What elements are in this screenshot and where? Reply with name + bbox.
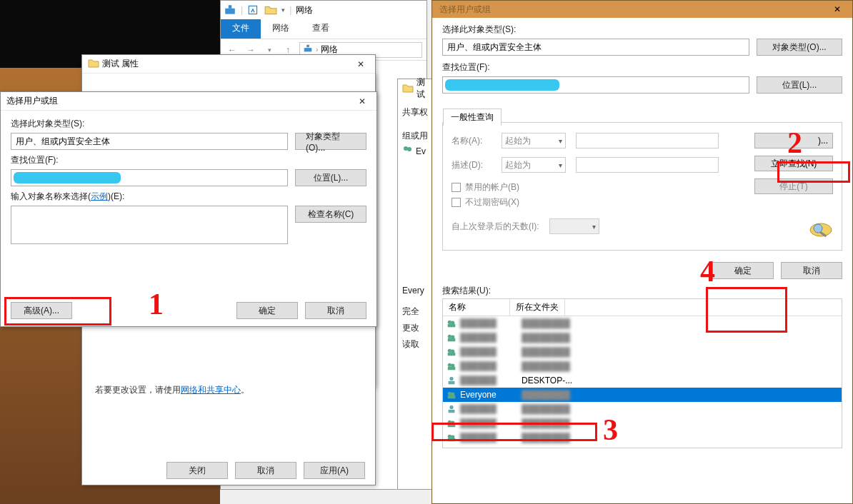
col-folder-header[interactable]: 所在文件夹 (510, 299, 565, 316)
object-type-label: 选择此对象类型(S): (442, 24, 842, 36)
select-users-dialog: 选择用户或组 ✕ 选择此对象类型(S): 用户、组或内置安全主体 对象类型(O)… (0, 91, 377, 327)
close-icon[interactable]: ✕ (351, 57, 371, 71)
group-icon (446, 418, 457, 428)
read-label: 读取 (402, 338, 428, 351)
group-icon (446, 361, 457, 371)
chevron-down-icon: ▾ (592, 223, 596, 231)
close-icon[interactable]: ✕ (352, 94, 372, 109)
disabled-accounts-checkbox[interactable]: 禁用的帐户(B) (452, 181, 754, 193)
user-icon (446, 376, 457, 385)
svg-point-24 (448, 392, 452, 395)
result-name: ██████ (460, 433, 519, 443)
results-header[interactable]: 名称 所在文件夹 (443, 299, 842, 316)
search-results-icon (809, 219, 833, 243)
everyone-short[interactable]: Ev (416, 146, 426, 156)
group-icon (446, 347, 457, 357)
result-row[interactable]: ██████████████ (443, 430, 842, 445)
explorer-titlebar[interactable]: | ▾ | 网络 (221, 1, 426, 19)
result-row[interactable]: ██████████████ (443, 345, 842, 359)
properties-titlebar[interactable]: 测试 属性 ✕ (82, 55, 375, 74)
object-types-button[interactable]: 对象类型(O)... (295, 133, 366, 150)
result-row[interactable]: ██████DESKTOP-... (443, 373, 842, 388)
result-row[interactable]: ██████████████ (443, 402, 842, 416)
qat-separator2: | (289, 5, 291, 15)
name-filter-combo[interactable]: 起始为▾ (502, 133, 566, 148)
result-name: Everyone (460, 390, 519, 400)
network-tab[interactable]: 网络 (261, 19, 301, 39)
ok-button[interactable]: 确定 (712, 262, 774, 279)
locations-button[interactable]: 位置(L)... (757, 76, 842, 94)
select-users-titlebar[interactable]: 选择用户或组 ✕ (1, 92, 376, 111)
enter-names-label-suffix: )(E): (108, 191, 124, 201)
close-button[interactable]: 关闭 (166, 462, 228, 479)
result-name: ██████ (460, 333, 519, 343)
results-list[interactable]: 名称 所在文件夹 ███████████████████████████████… (442, 298, 842, 448)
locations-button[interactable]: 位置(L)... (295, 169, 366, 186)
svg-point-22 (449, 377, 453, 380)
object-type-field: 用户、组或内置安全主体 (442, 39, 749, 56)
group-icon (446, 433, 457, 443)
share-perm-label: 共享权 (402, 106, 428, 119)
result-folder: DESKTOP-... (522, 376, 572, 385)
desc-filter-input[interactable] (576, 157, 719, 173)
nonexpiring-checkbox[interactable]: 不过期密码(X) (452, 196, 754, 208)
apply-a-button[interactable]: 应用(A) (304, 462, 365, 479)
svg-rect-0 (225, 9, 235, 14)
qat-separator: | (241, 5, 243, 15)
svg-rect-15 (448, 338, 456, 341)
stop-button[interactable]: 停止(T) (754, 178, 833, 194)
example-link[interactable]: 示例 (91, 191, 108, 201)
select-users-title: 选择用户或组 (6, 95, 58, 107)
folder-quick-icon[interactable] (264, 4, 277, 16)
properties-quick-icon[interactable] (247, 4, 260, 16)
cancel-button[interactable]: 取消 (235, 462, 296, 479)
ok-button[interactable]: 确定 (236, 302, 298, 319)
result-name: ██████ (460, 361, 519, 371)
svg-point-19 (448, 363, 452, 367)
days-combo: ▾ (549, 218, 599, 234)
select-users-adv-titlebar[interactable]: 选择用户或组 ✕ (432, 1, 852, 18)
settings-hint-prefix: 若要更改设置，请使用 (95, 385, 181, 395)
result-row[interactable]: ██████████████ (443, 359, 842, 373)
common-query-tab[interactable]: 一般性查询 (443, 109, 502, 126)
change-label: 更改 (402, 322, 428, 334)
file-tab[interactable]: 文件 (221, 19, 261, 39)
checkbox-label: 不过期密码(X) (465, 196, 519, 208)
network-center-link[interactable]: 网络和共享中心 (181, 385, 241, 395)
svg-rect-26 (448, 395, 456, 398)
result-row[interactable]: ██████████████ (443, 316, 842, 331)
result-name: ██████ (460, 347, 519, 357)
name-filter-input[interactable] (576, 133, 719, 148)
result-row[interactable]: ██████████████ (443, 416, 842, 430)
desc-filter-combo[interactable]: 起始为▾ (502, 157, 566, 173)
svg-point-32 (448, 435, 452, 438)
object-types-button[interactable]: 对象类型(O)... (757, 39, 842, 56)
cancel-button[interactable]: 取消 (781, 262, 842, 279)
svg-rect-34 (448, 438, 456, 441)
result-row[interactable]: Everyone████████ (443, 388, 842, 402)
columns-button[interactable]: )... (754, 133, 833, 148)
object-type-value: 用户、组或内置安全主体 (16, 136, 110, 148)
svg-point-29 (448, 420, 452, 424)
result-folder: ████████ (522, 347, 570, 357)
check-names-button[interactable]: 检查名称(C) (295, 206, 366, 223)
location-field (11, 169, 288, 186)
group-icon (402, 145, 414, 157)
col-name-header[interactable]: 名称 (443, 299, 510, 316)
result-folder: ████████ (522, 404, 570, 414)
qat-dropdown-icon[interactable]: ▾ (281, 6, 285, 14)
view-tab[interactable]: 查看 (301, 19, 341, 39)
full-control-label: 完全 (402, 306, 428, 318)
chevron-down-icon: ▾ (559, 161, 562, 169)
group-icon (446, 333, 457, 343)
perm-title: 测试 (416, 76, 428, 101)
object-names-input[interactable] (11, 206, 288, 244)
close-icon[interactable]: ✕ (827, 2, 848, 16)
find-now-button[interactable]: 立即查找(N) (754, 156, 833, 171)
svg-rect-31 (448, 424, 456, 427)
result-name: ██████ (460, 418, 519, 428)
title-text: 选择用户或组 (439, 4, 491, 16)
folder-icon (88, 58, 99, 70)
result-row[interactable]: ██████████████ (443, 331, 842, 345)
cancel-button[interactable]: 取消 (305, 302, 366, 319)
